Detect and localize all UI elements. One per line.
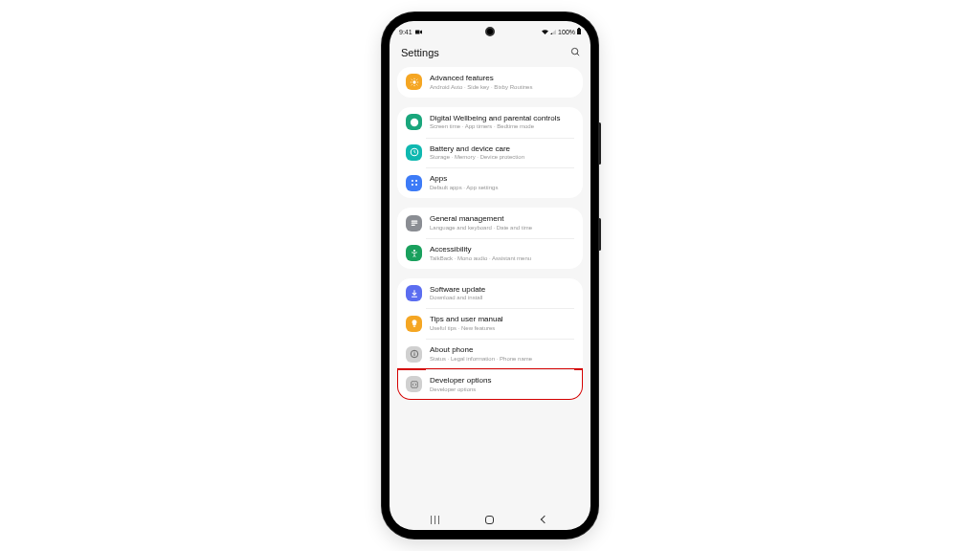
row-subtitle: Language and keyboard · Date and time [430, 225, 574, 231]
row-subtitle: Screen time · App timers · Bedtime mode [430, 123, 574, 130]
battery-icon [406, 144, 422, 161]
camera-status-icon [415, 29, 422, 35]
front-camera [485, 27, 495, 36]
row-text: Digital Wellbeing and parental controlsS… [430, 114, 574, 131]
svg-rect-1 [578, 28, 580, 29]
battery-icon [577, 28, 581, 35]
row-text: General managementLanguage and keyboard … [430, 214, 574, 231]
row-text: AccessibilityTalkBack · Mono audio · Ass… [430, 245, 574, 262]
search-icon[interactable] [570, 44, 581, 61]
svg-point-19 [413, 352, 414, 353]
row-title: Software update [430, 285, 574, 295]
nav-back[interactable] [525, 517, 564, 522]
nav-recent[interactable]: ||| [416, 515, 455, 524]
row-title: Advanced features [430, 74, 574, 83]
svg-rect-18 [413, 353, 414, 356]
about-icon [406, 346, 422, 363]
settings-row-advanced[interactable]: Advanced featuresAndroid Auto · Side key… [397, 67, 583, 98]
svg-point-3 [571, 48, 577, 54]
settings-group: Advanced featuresAndroid Auto · Side key… [397, 67, 583, 98]
svg-point-10 [411, 184, 412, 186]
settings-row-wellbeing[interactable]: Digital Wellbeing and parental controlsS… [397, 107, 583, 138]
battery-text: 100% [558, 29, 575, 35]
settings-group: Digital Wellbeing and parental controlsS… [397, 107, 583, 198]
volume-button[interactable] [598, 122, 601, 165]
row-text: Software updateDownload and install [430, 285, 574, 302]
settings-row-developer[interactable]: Developer optionsDeveloper options [397, 369, 583, 400]
svg-point-11 [415, 184, 417, 186]
phone-frame: 9:41 100% Settings [382, 12, 598, 539]
nav-bar: ||| [390, 509, 590, 530]
settings-row-about[interactable]: About phoneStatus · Legal information · … [397, 339, 583, 369]
wellbeing-icon [406, 114, 422, 130]
svg-rect-12 [411, 221, 417, 222]
row-title: Apps [430, 174, 574, 184]
row-subtitle: Developer options [430, 386, 574, 393]
settings-row-tips[interactable]: Tips and user manualUseful tips · New fe… [397, 308, 583, 339]
svg-line-4 [577, 54, 579, 55]
status-time: 9:41 [399, 29, 412, 35]
row-text: Developer optionsDeveloper options [430, 376, 574, 393]
row-subtitle: Default apps · App settings [430, 185, 574, 191]
settings-row-update[interactable]: Software updateDownload and install [397, 278, 583, 309]
row-title: General management [430, 214, 574, 224]
row-text: Tips and user manualUseful tips · New fe… [430, 315, 574, 332]
row-subtitle: Useful tips · New features [430, 325, 574, 332]
page-title: Settings [401, 47, 439, 58]
svg-rect-0 [415, 30, 420, 33]
developer-icon [406, 376, 422, 392]
svg-point-6 [410, 119, 417, 126]
signal-icon [550, 29, 556, 35]
row-subtitle: Storage · Memory · Device protection [430, 154, 574, 161]
power-button[interactable] [598, 218, 601, 251]
settings-row-general[interactable]: General managementLanguage and keyboard … [397, 208, 583, 238]
row-title: Battery and device care [430, 144, 574, 154]
wifi-icon [542, 29, 548, 35]
svg-point-8 [411, 180, 412, 182]
tips-icon [406, 316, 422, 332]
screen: 9:41 100% Settings [390, 21, 590, 530]
advanced-icon [406, 74, 422, 90]
svg-rect-2 [577, 29, 581, 34]
row-subtitle: TalkBack · Mono audio · Assistant menu [430, 255, 574, 262]
row-title: Digital Wellbeing and parental controls [430, 114, 574, 123]
row-text: AppsDefault apps · App settings [430, 174, 574, 191]
row-subtitle: Android Auto · Side key · Bixby Routines [430, 84, 574, 91]
svg-rect-13 [411, 223, 417, 224]
settings-row-accessibility[interactable]: AccessibilityTalkBack · Mono audio · Ass… [397, 238, 583, 269]
svg-point-15 [412, 250, 414, 252]
header: Settings [390, 38, 590, 67]
svg-point-9 [415, 180, 417, 182]
row-text: Battery and device careStorage · Memory … [430, 144, 574, 162]
svg-point-5 [412, 80, 415, 83]
nav-home[interactable] [471, 516, 509, 524]
settings-row-battery[interactable]: Battery and device careStorage · Memory … [397, 138, 583, 168]
accessibility-icon [406, 245, 422, 261]
row-text: Advanced featuresAndroid Auto · Side key… [430, 74, 574, 91]
row-title: Accessibility [430, 245, 574, 254]
general-icon [406, 215, 422, 231]
row-title: Developer options [430, 376, 574, 386]
row-subtitle: Status · Legal information · Phone name [430, 356, 574, 363]
row-text: About phoneStatus · Legal information · … [430, 345, 574, 363]
settings-group: General managementLanguage and keyboard … [397, 208, 583, 269]
settings-row-apps[interactable]: AppsDefault apps · App settings [397, 167, 583, 198]
row-title: Tips and user manual [430, 315, 574, 324]
svg-rect-14 [411, 225, 414, 226]
row-title: About phone [430, 345, 574, 355]
settings-group: Software updateDownload and installTips … [397, 278, 583, 400]
update-icon [406, 285, 422, 301]
svg-rect-16 [412, 326, 415, 327]
row-subtitle: Download and install [430, 295, 574, 301]
settings-list[interactable]: Advanced featuresAndroid Auto · Side key… [390, 67, 590, 509]
apps-icon [406, 175, 422, 191]
